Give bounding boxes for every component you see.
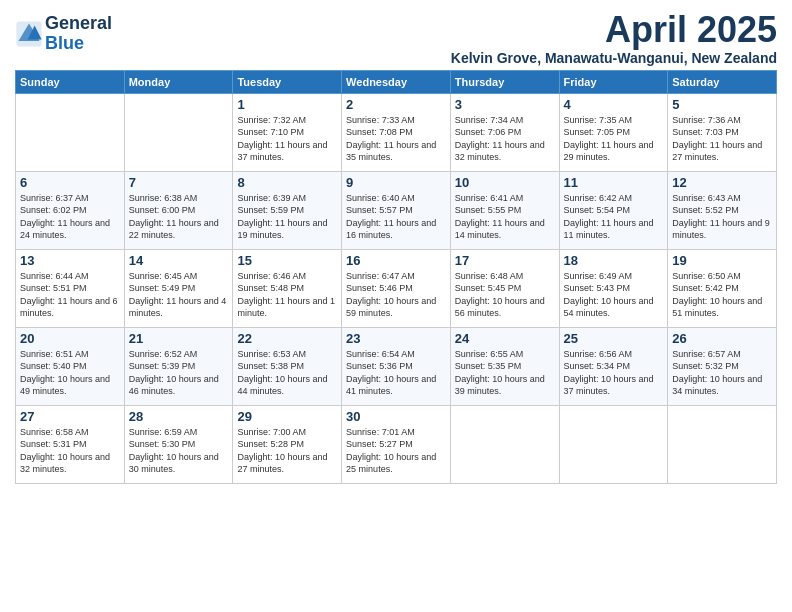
day-cell: 24Sunrise: 6:55 AMSunset: 5:35 PMDayligh…: [450, 327, 559, 405]
day-number: 24: [455, 331, 555, 346]
day-cell: 7Sunrise: 6:38 AMSunset: 6:00 PMDaylight…: [124, 171, 233, 249]
day-info: Sunrise: 7:33 AMSunset: 7:08 PMDaylight:…: [346, 114, 446, 164]
day-info: Sunrise: 6:55 AMSunset: 5:35 PMDaylight:…: [455, 348, 555, 398]
col-monday: Monday: [124, 70, 233, 93]
col-wednesday: Wednesday: [342, 70, 451, 93]
calendar-header: Sunday Monday Tuesday Wednesday Thursday…: [16, 70, 777, 93]
day-info: Sunrise: 7:00 AMSunset: 5:28 PMDaylight:…: [237, 426, 337, 476]
day-number: 15: [237, 253, 337, 268]
logo-blue: Blue: [45, 33, 84, 53]
day-info: Sunrise: 6:42 AMSunset: 5:54 PMDaylight:…: [564, 192, 664, 242]
calendar-page: General Blue April 2025 Kelvin Grove, Ma…: [0, 0, 792, 612]
day-info: Sunrise: 6:46 AMSunset: 5:48 PMDaylight:…: [237, 270, 337, 320]
day-cell: 15Sunrise: 6:46 AMSunset: 5:48 PMDayligh…: [233, 249, 342, 327]
day-number: 27: [20, 409, 120, 424]
day-cell: 6Sunrise: 6:37 AMSunset: 6:02 PMDaylight…: [16, 171, 125, 249]
day-cell: [559, 405, 668, 483]
page-header: General Blue April 2025 Kelvin Grove, Ma…: [15, 10, 777, 66]
logo: General Blue: [15, 14, 112, 54]
day-cell: 30Sunrise: 7:01 AMSunset: 5:27 PMDayligh…: [342, 405, 451, 483]
day-cell: 21Sunrise: 6:52 AMSunset: 5:39 PMDayligh…: [124, 327, 233, 405]
day-cell: 20Sunrise: 6:51 AMSunset: 5:40 PMDayligh…: [16, 327, 125, 405]
day-info: Sunrise: 6:57 AMSunset: 5:32 PMDaylight:…: [672, 348, 772, 398]
day-number: 20: [20, 331, 120, 346]
day-number: 21: [129, 331, 229, 346]
day-number: 29: [237, 409, 337, 424]
day-cell: [16, 93, 125, 171]
day-number: 2: [346, 97, 446, 112]
day-info: Sunrise: 6:54 AMSunset: 5:36 PMDaylight:…: [346, 348, 446, 398]
week-row-2: 6Sunrise: 6:37 AMSunset: 6:02 PMDaylight…: [16, 171, 777, 249]
day-cell: 14Sunrise: 6:45 AMSunset: 5:49 PMDayligh…: [124, 249, 233, 327]
day-info: Sunrise: 6:48 AMSunset: 5:45 PMDaylight:…: [455, 270, 555, 320]
day-number: 28: [129, 409, 229, 424]
day-cell: 17Sunrise: 6:48 AMSunset: 5:45 PMDayligh…: [450, 249, 559, 327]
location-title: Kelvin Grove, Manawatu-Wanganui, New Zea…: [451, 50, 777, 66]
day-info: Sunrise: 6:50 AMSunset: 5:42 PMDaylight:…: [672, 270, 772, 320]
day-info: Sunrise: 6:41 AMSunset: 5:55 PMDaylight:…: [455, 192, 555, 242]
day-info: Sunrise: 6:59 AMSunset: 5:30 PMDaylight:…: [129, 426, 229, 476]
day-number: 26: [672, 331, 772, 346]
col-thursday: Thursday: [450, 70, 559, 93]
day-cell: 19Sunrise: 6:50 AMSunset: 5:42 PMDayligh…: [668, 249, 777, 327]
day-cell: 22Sunrise: 6:53 AMSunset: 5:38 PMDayligh…: [233, 327, 342, 405]
day-info: Sunrise: 6:49 AMSunset: 5:43 PMDaylight:…: [564, 270, 664, 320]
day-number: 1: [237, 97, 337, 112]
day-info: Sunrise: 6:56 AMSunset: 5:34 PMDaylight:…: [564, 348, 664, 398]
day-number: 9: [346, 175, 446, 190]
day-number: 13: [20, 253, 120, 268]
day-info: Sunrise: 7:01 AMSunset: 5:27 PMDaylight:…: [346, 426, 446, 476]
day-cell: 4Sunrise: 7:35 AMSunset: 7:05 PMDaylight…: [559, 93, 668, 171]
day-number: 23: [346, 331, 446, 346]
day-number: 10: [455, 175, 555, 190]
title-block: April 2025 Kelvin Grove, Manawatu-Wangan…: [451, 10, 777, 66]
col-tuesday: Tuesday: [233, 70, 342, 93]
day-number: 12: [672, 175, 772, 190]
day-info: Sunrise: 7:34 AMSunset: 7:06 PMDaylight:…: [455, 114, 555, 164]
week-row-5: 27Sunrise: 6:58 AMSunset: 5:31 PMDayligh…: [16, 405, 777, 483]
day-number: 8: [237, 175, 337, 190]
logo-general: General: [45, 13, 112, 33]
day-cell: 26Sunrise: 6:57 AMSunset: 5:32 PMDayligh…: [668, 327, 777, 405]
day-number: 30: [346, 409, 446, 424]
day-info: Sunrise: 7:35 AMSunset: 7:05 PMDaylight:…: [564, 114, 664, 164]
day-cell: 9Sunrise: 6:40 AMSunset: 5:57 PMDaylight…: [342, 171, 451, 249]
day-info: Sunrise: 6:37 AMSunset: 6:02 PMDaylight:…: [20, 192, 120, 242]
month-title: April 2025: [451, 10, 777, 50]
day-info: Sunrise: 6:47 AMSunset: 5:46 PMDaylight:…: [346, 270, 446, 320]
day-info: Sunrise: 6:45 AMSunset: 5:49 PMDaylight:…: [129, 270, 229, 320]
day-cell: 3Sunrise: 7:34 AMSunset: 7:06 PMDaylight…: [450, 93, 559, 171]
day-info: Sunrise: 7:36 AMSunset: 7:03 PMDaylight:…: [672, 114, 772, 164]
day-cell: 5Sunrise: 7:36 AMSunset: 7:03 PMDaylight…: [668, 93, 777, 171]
day-info: Sunrise: 6:38 AMSunset: 6:00 PMDaylight:…: [129, 192, 229, 242]
col-sunday: Sunday: [16, 70, 125, 93]
day-cell: 16Sunrise: 6:47 AMSunset: 5:46 PMDayligh…: [342, 249, 451, 327]
day-info: Sunrise: 6:52 AMSunset: 5:39 PMDaylight:…: [129, 348, 229, 398]
day-number: 6: [20, 175, 120, 190]
day-cell: [124, 93, 233, 171]
day-number: 14: [129, 253, 229, 268]
calendar-body: 1Sunrise: 7:32 AMSunset: 7:10 PMDaylight…: [16, 93, 777, 483]
day-info: Sunrise: 6:44 AMSunset: 5:51 PMDaylight:…: [20, 270, 120, 320]
col-friday: Friday: [559, 70, 668, 93]
day-info: Sunrise: 6:53 AMSunset: 5:38 PMDaylight:…: [237, 348, 337, 398]
day-info: Sunrise: 6:39 AMSunset: 5:59 PMDaylight:…: [237, 192, 337, 242]
day-cell: 10Sunrise: 6:41 AMSunset: 5:55 PMDayligh…: [450, 171, 559, 249]
day-cell: 27Sunrise: 6:58 AMSunset: 5:31 PMDayligh…: [16, 405, 125, 483]
day-info: Sunrise: 7:32 AMSunset: 7:10 PMDaylight:…: [237, 114, 337, 164]
day-number: 11: [564, 175, 664, 190]
day-number: 19: [672, 253, 772, 268]
day-cell: 2Sunrise: 7:33 AMSunset: 7:08 PMDaylight…: [342, 93, 451, 171]
day-cell: 1Sunrise: 7:32 AMSunset: 7:10 PMDaylight…: [233, 93, 342, 171]
logo-icon: [15, 20, 43, 48]
week-row-4: 20Sunrise: 6:51 AMSunset: 5:40 PMDayligh…: [16, 327, 777, 405]
day-number: 16: [346, 253, 446, 268]
header-row: Sunday Monday Tuesday Wednesday Thursday…: [16, 70, 777, 93]
day-info: Sunrise: 6:51 AMSunset: 5:40 PMDaylight:…: [20, 348, 120, 398]
day-number: 5: [672, 97, 772, 112]
day-number: 22: [237, 331, 337, 346]
day-info: Sunrise: 6:58 AMSunset: 5:31 PMDaylight:…: [20, 426, 120, 476]
day-cell: 18Sunrise: 6:49 AMSunset: 5:43 PMDayligh…: [559, 249, 668, 327]
day-number: 4: [564, 97, 664, 112]
day-info: Sunrise: 6:43 AMSunset: 5:52 PMDaylight:…: [672, 192, 772, 242]
